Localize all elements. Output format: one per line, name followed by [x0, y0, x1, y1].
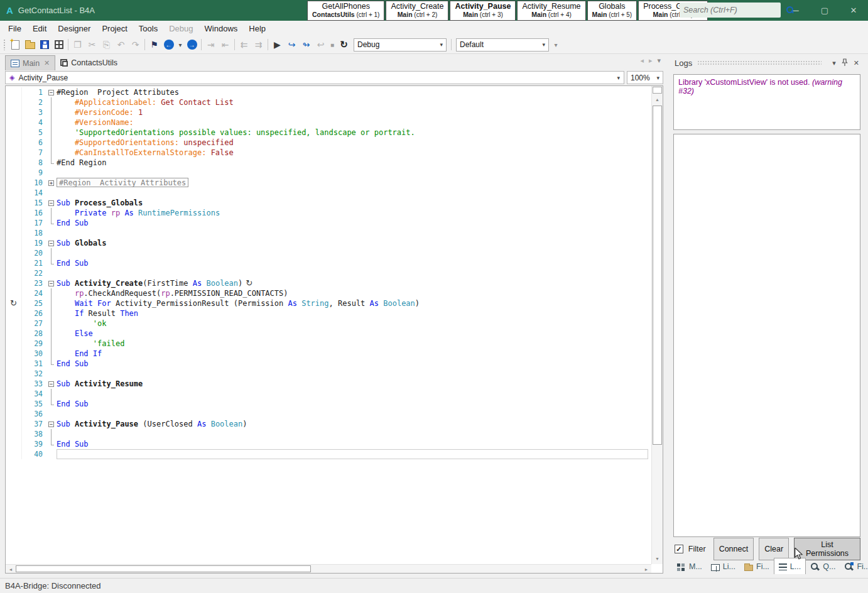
code-text[interactable]: End Sub [57, 439, 651, 449]
breakpoint-margin[interactable] [6, 339, 22, 349]
breakpoint-margin[interactable] [6, 87, 22, 97]
code-text[interactable]: #Region Activity Attributes [57, 178, 651, 188]
menu-project[interactable]: Project [96, 22, 133, 35]
step-out-icon[interactable]: ↩ [313, 38, 328, 52]
comment-icon[interactable]: ⇇ [237, 38, 251, 52]
breakpoint-margin[interactable] [6, 228, 22, 238]
breakpoint-margin[interactable] [6, 188, 22, 198]
breakpoint-margin[interactable] [6, 419, 22, 429]
code-text[interactable]: Sub Process_Globals [57, 198, 651, 208]
code-text[interactable]: 'ok [57, 318, 651, 329]
navigate-forward-icon[interactable]: → [185, 38, 199, 52]
copy-icon[interactable]: ❐ [70, 38, 85, 52]
breakpoint-margin[interactable] [6, 278, 22, 288]
code-text[interactable]: Sub Activity_Pause (UserClosed As Boolea… [57, 419, 651, 429]
tab-scroll-right-icon[interactable]: ▸ [649, 57, 653, 65]
code-text[interactable] [57, 228, 651, 238]
breakpoint-margin[interactable] [6, 439, 22, 449]
tool-tab-fi-[interactable]: Fi... [740, 559, 774, 574]
code-text[interactable] [57, 268, 651, 278]
scroll-right-icon[interactable]: ► [642, 565, 651, 573]
redo-icon[interactable]: ↷ [128, 38, 143, 52]
tab-list-dropdown-icon[interactable]: ▾ [657, 57, 661, 65]
breakpoint-margin[interactable] [6, 117, 22, 128]
splitter-handle[interactable] [653, 87, 662, 94]
minimize-button[interactable]: ─ [781, 0, 810, 21]
paste-icon[interactable]: ⎘ [99, 38, 114, 52]
horizontal-scrollbar[interactable]: ◄ ► [6, 564, 651, 573]
collapse-region-icon[interactable]: − [48, 381, 54, 387]
code-text[interactable]: #ApplicationLabel: Get Contact List [57, 97, 651, 107]
quick-button-getallphones[interactable]: GetAllPhonesContactsUtils (ctrl + 1) [307, 1, 384, 21]
breakpoint-margin[interactable] [6, 389, 22, 399]
compiler-warnings-box[interactable]: Library 'xCustomListView' is not used. (… [673, 74, 860, 130]
code-text[interactable]: End Sub [57, 359, 651, 369]
breakpoint-margin[interactable] [6, 308, 22, 318]
new-project-icon[interactable] [8, 38, 23, 52]
code-text[interactable]: rp.CheckAndRequest(rp.PERMISSION_READ_CO… [57, 288, 651, 298]
horizontal-scroll-thumb[interactable] [16, 565, 311, 572]
undo-icon[interactable]: ↶ [114, 38, 128, 52]
search-box[interactable] [680, 3, 781, 18]
quick-button-activity-resume[interactable]: Activity_ResumeMain (ctrl + 4) [517, 1, 585, 21]
code-text[interactable]: #VersionName: [57, 117, 651, 128]
code-text[interactable] [57, 389, 651, 399]
breakpoint-margin[interactable] [6, 449, 22, 459]
vertical-scrollbar[interactable]: ▲ ▼ [651, 86, 663, 564]
logs-panel-grip[interactable] [697, 60, 822, 65]
fold-column[interactable]: − [47, 238, 57, 248]
collapse-region-icon[interactable]: − [48, 281, 54, 286]
connect-button[interactable]: Connect [713, 538, 754, 560]
code-text[interactable]: End Sub [57, 258, 651, 268]
collapse-region-icon[interactable]: − [48, 241, 54, 246]
breakpoint-margin[interactable] [6, 268, 22, 278]
panel-close-icon[interactable]: ✕ [854, 59, 859, 67]
breakpoint-margin[interactable] [6, 369, 22, 379]
vertical-scroll-thumb[interactable] [653, 106, 662, 445]
zoom-combobox[interactable]: 100% ▾ [627, 71, 663, 84]
code-text[interactable]: 'failed [57, 339, 651, 349]
navigate-back-icon[interactable]: ← [161, 38, 176, 52]
tab-main[interactable]: Main✕ [5, 55, 55, 70]
code-text[interactable]: Sub Activity_Create(FirstTime As Boolean… [57, 278, 651, 288]
tab-close-icon[interactable]: ✕ [44, 59, 50, 67]
menu-windows[interactable]: Windows [199, 22, 244, 35]
scroll-up-icon[interactable]: ▲ [653, 95, 662, 104]
breakpoint-margin[interactable] [6, 359, 22, 369]
run-icon[interactable]: ▶ [270, 38, 285, 52]
build-configuration-select[interactable]: Debug▾ [354, 38, 447, 52]
collapse-region-icon[interactable]: − [48, 200, 54, 206]
breakpoint-margin[interactable] [6, 168, 22, 178]
code-text[interactable]: If Result Then [57, 308, 651, 318]
log-output-box[interactable] [673, 134, 860, 537]
code-text[interactable] [57, 248, 651, 258]
code-text[interactable]: 'SupportedOrientations possible values: … [57, 128, 651, 138]
menu-tools[interactable]: Tools [133, 22, 163, 35]
filter-checkbox[interactable]: ✓ [675, 545, 683, 553]
deploy-target-select[interactable]: Default▾ [456, 38, 549, 52]
step-into-icon[interactable]: ↪ [285, 38, 299, 52]
fold-column[interactable]: − [47, 379, 57, 389]
code-text[interactable] [57, 188, 651, 198]
code-text[interactable]: Wait For Activity_PermissionResult (Perm… [57, 298, 651, 308]
close-button[interactable]: ✕ [839, 0, 868, 21]
rebuild-icon[interactable]: ↻ [337, 38, 351, 52]
member-dropdown-icon[interactable]: ▾ [617, 75, 620, 81]
tool-tab-m-[interactable]: M... [672, 559, 707, 574]
code-text[interactable]: End If [57, 349, 651, 359]
code-text[interactable]: Sub Globals [57, 238, 651, 248]
pin-icon[interactable] [842, 58, 848, 68]
quick-button-globals[interactable]: GlobalsMain (ctrl + 5) [587, 1, 637, 21]
outdent-icon[interactable]: ⇤ [218, 38, 232, 52]
member-combobox[interactable]: ◈ Activity_Pause ▾ [5, 71, 624, 84]
breakpoint-margin[interactable] [6, 218, 22, 228]
panel-menu-dropdown-icon[interactable]: ▾ [832, 59, 836, 67]
code-text[interactable] [57, 409, 651, 419]
code-text[interactable]: End Sub [57, 218, 651, 228]
menu-edit[interactable]: Edit [27, 22, 52, 35]
breakpoint-margin[interactable] [6, 409, 22, 419]
breakpoint-margin[interactable] [6, 107, 22, 117]
expand-region-icon[interactable]: + [48, 180, 54, 186]
tool-tab-q-[interactable]: Q... [806, 559, 840, 574]
toolbar-grip[interactable] [3, 39, 6, 50]
